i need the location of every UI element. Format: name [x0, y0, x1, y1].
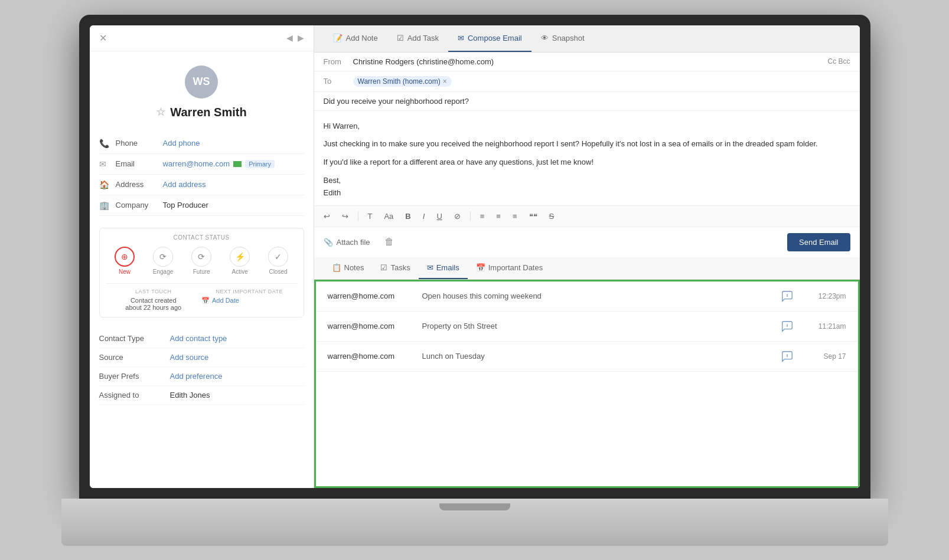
star-icon[interactable]: ☆	[156, 106, 165, 119]
important-dates-icon: 📅	[476, 263, 485, 272]
status-future[interactable]: ⟳ Future	[191, 247, 211, 275]
status-engage[interactable]: ⟳ Engage	[153, 247, 173, 275]
paperclip-icon: 📎	[324, 238, 333, 247]
status-closed[interactable]: ✓ Closed	[268, 247, 288, 275]
font-size-button[interactable]: Aa	[381, 211, 396, 222]
attach-file-button[interactable]: 📎 Attach file	[324, 238, 370, 247]
compose-email-icon: ✉	[458, 34, 464, 42]
color-button[interactable]: ⊘	[452, 211, 463, 222]
delete-draft-button[interactable]: 🗑	[384, 237, 394, 247]
align-button[interactable]: ≡	[478, 211, 487, 222]
email-inbox-icon	[775, 290, 799, 303]
phone-field-row: 📞 Phone Add phone	[99, 133, 304, 154]
snapshot-icon: 👁	[541, 34, 549, 42]
buyer-prefs-row: Buyer Prefs Add preference	[99, 367, 304, 386]
italic-button[interactable]: I	[420, 211, 428, 222]
email-body[interactable]: Hi Warren, Just checking in to make sure…	[314, 111, 860, 205]
subject-row: Did you receive your neighborhood report…	[314, 92, 860, 111]
status-icons: ⊕ New ⟳ Engage ⟳ Future ⚡	[106, 247, 298, 275]
last-touch-col: LAST TOUCH Contact created about 22 hour…	[106, 289, 202, 311]
text-style-button[interactable]: T	[366, 211, 375, 222]
toolbar-sep-2	[470, 211, 471, 221]
email-inbox-icon	[775, 320, 799, 333]
address-icon: 🏠	[99, 180, 116, 189]
close-button[interactable]: ✕	[99, 32, 107, 44]
tab-emails[interactable]: ✉ Emails	[419, 257, 468, 279]
email-list-item[interactable]: warren@home.com Lunch on Tuesday Sep 17	[316, 342, 858, 372]
engage-icon: ⟳	[153, 247, 173, 267]
from-row: From Christine Rodgers (christine@home.c…	[314, 53, 860, 71]
email-inbox-icon	[775, 350, 799, 363]
email-toolbar: ↩ ↪ T Aa B I U ⊘ ≡ ≡ ≡ ❝❝ S	[314, 205, 860, 227]
email-list-item[interactable]: warren@home.com Open houses this coming …	[316, 281, 858, 312]
undo-button[interactable]: ↩	[321, 211, 332, 222]
email-flag	[233, 161, 242, 167]
primary-badge: Primary	[245, 160, 275, 168]
company-field-row: 🏢 Company Top Producer	[99, 195, 304, 216]
extra-fields: Contact Type Add contact type Source Add…	[90, 325, 314, 410]
prev-arrow[interactable]: ◀	[286, 33, 293, 42]
to-tag-close[interactable]: ×	[443, 77, 447, 86]
assigned-to-row: Assigned to Edith Jones	[99, 386, 304, 405]
cc-bcc-toggle[interactable]: Cc Bcc	[827, 57, 850, 66]
redo-button[interactable]: ↪	[340, 211, 351, 222]
laptop-screen: ✕ ◀ ▶ WS ☆ Warren Smith	[90, 25, 860, 488]
left-panel: ✕ ◀ ▶ WS ☆ Warren Smith	[90, 25, 314, 488]
new-icon: ⊕	[115, 247, 135, 267]
email-compose: From Christine Rodgers (christine@home.c…	[314, 53, 860, 257]
avatar: WS	[185, 66, 218, 99]
tab-notes[interactable]: 📋 Notes	[324, 257, 373, 279]
contact-status-section: CONTACT STATUS ⊕ New ⟳ Engage ⟳ Future	[99, 228, 304, 317]
contact-status-label: CONTACT STATUS	[106, 234, 298, 241]
next-arrow[interactable]: ▶	[298, 33, 304, 42]
bottom-tabs: 📋 Notes ☑ Tasks ✉ Emails 📅 Important Dat…	[314, 257, 860, 280]
email-list: warren@home.com Open houses this coming …	[314, 280, 860, 488]
email-field-row: ✉ Email warren@home.com Primary	[99, 154, 304, 175]
email-icon: ✉	[99, 159, 116, 169]
right-panel: 📝 Add Note ☑ Add Task ✉ Compose Email 👁 …	[314, 25, 860, 488]
future-icon: ⟳	[191, 247, 211, 267]
tab-important-dates[interactable]: 📅 Important Dates	[468, 257, 552, 279]
quote-button[interactable]: ❝❝	[527, 211, 540, 222]
source-row: Source Add source	[99, 348, 304, 367]
to-tag: Warren Smith (home.com) ×	[353, 76, 452, 87]
notes-icon: 📋	[332, 263, 341, 272]
tasks-icon: ☑	[380, 263, 387, 272]
tab-snapshot[interactable]: 👁 Snapshot	[531, 25, 594, 52]
nav-arrows: ◀ ▶	[286, 33, 304, 42]
status-active[interactable]: ⚡ Active	[230, 247, 250, 275]
contact-type-row: Contact Type Add contact type	[99, 329, 304, 348]
tab-add-note[interactable]: 📝 Add Note	[324, 25, 387, 52]
add-note-icon: 📝	[333, 34, 343, 42]
calendar-icon: 📅	[201, 297, 210, 304]
laptop-wrapper: ✕ ◀ ▶ WS ☆ Warren Smith	[61, 15, 888, 546]
ordered-list-button[interactable]: ≡	[494, 211, 503, 222]
phone-icon: 📞	[99, 139, 116, 148]
panel-header: ✕ ◀ ▶	[90, 25, 314, 51]
tab-tasks[interactable]: ☑ Tasks	[372, 257, 418, 279]
strikethrough-button[interactable]: S	[547, 211, 557, 222]
tab-compose-email[interactable]: ✉ Compose Email	[448, 25, 531, 52]
touch-dates: LAST TOUCH Contact created about 22 hour…	[106, 283, 298, 311]
bold-button[interactable]: B	[403, 211, 413, 222]
company-icon: 🏢	[99, 201, 116, 210]
emails-icon: ✉	[427, 263, 433, 272]
add-date-button[interactable]: 📅 Add Date	[201, 297, 298, 304]
contact-name: ☆ Warren Smith	[156, 106, 246, 119]
active-icon: ⚡	[230, 247, 250, 267]
next-date-col: NEXT IMPORTANT DATE 📅 Add Date	[201, 289, 298, 311]
status-new[interactable]: ⊕ New	[115, 247, 135, 275]
closed-icon: ✓	[268, 247, 288, 267]
screen-bezel: ✕ ◀ ▶ WS ☆ Warren Smith	[79, 15, 870, 499]
email-footer: 📎 Attach file 🗑 Send Email	[314, 227, 860, 257]
underline-button[interactable]: U	[434, 211, 444, 222]
to-row: To Warren Smith (home.com) ×	[314, 71, 860, 92]
send-email-button[interactable]: Send Email	[787, 233, 850, 251]
avatar-section: WS ☆ Warren Smith	[90, 51, 314, 129]
toolbar-sep-1	[358, 211, 358, 221]
email-list-item[interactable]: warren@home.com Property on 5th Street 1…	[316, 312, 858, 342]
laptop-notch	[439, 503, 510, 510]
tab-add-task[interactable]: ☑ Add Task	[387, 25, 448, 52]
contact-fields: 📞 Phone Add phone ✉ Email warren@home.co…	[90, 129, 314, 221]
unordered-list-button[interactable]: ≡	[510, 211, 520, 222]
